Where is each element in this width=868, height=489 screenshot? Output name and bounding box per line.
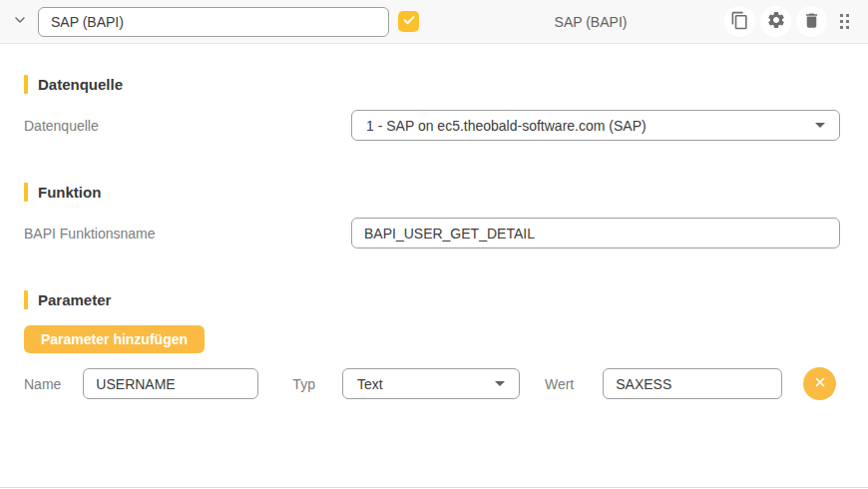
header-actions [724,6,868,37]
remove-parameter-button[interactable] [803,367,836,400]
drag-handle-icon[interactable] [832,10,856,34]
parameter-row: Name Typ Text Wert [24,367,840,400]
datasource-selected-value: 1 - SAP on ec5.theobald-software.com (SA… [366,118,647,134]
chevron-down-icon [12,12,28,31]
dropdown-caret-icon [495,381,505,386]
step-enabled-checkbox[interactable] [398,11,419,32]
step-name-input[interactable] [38,7,389,37]
settings-icon [766,10,786,33]
param-name-input[interactable] [83,368,258,399]
delete-icon [802,11,821,33]
param-typ-select[interactable]: Text [342,368,520,399]
section-title: Funktion [38,184,101,201]
bottom-divider [0,487,868,488]
section-heading-funktion: Funktion [24,183,840,202]
bapi-step-panel: SAP (BAPI) [0,0,868,489]
datasource-label: Datenquelle [24,118,351,134]
datasource-select[interactable]: 1 - SAP on ec5.theobald-software.com (SA… [351,110,840,141]
section-heading-parameter: Parameter [24,290,840,309]
step-body: Datenquelle Datenquelle 1 - SAP on ec5.t… [0,75,868,400]
param-typ-label: Typ [292,376,315,392]
delete-step-button[interactable] [796,6,827,37]
section-title: Parameter [38,291,111,308]
accent-bar [24,75,28,94]
function-name-label: BAPI Funktionsname [24,226,351,242]
section-heading-datenquelle: Datenquelle [24,75,840,94]
param-typ-selected-value: Text [357,376,383,392]
accent-bar [24,183,28,202]
step-title: SAP (BAPI) [555,14,628,30]
step-header: SAP (BAPI) [0,0,868,44]
remove-icon [813,375,827,392]
param-wert-label: Wert [545,376,574,392]
checkmark-icon [402,13,416,31]
section-title: Datenquelle [38,76,123,93]
function-row: BAPI Funktionsname [24,218,840,248]
copy-icon [730,11,749,33]
collapse-button[interactable] [6,8,34,36]
dropdown-caret-icon [815,123,825,128]
accent-bar [24,290,28,309]
param-wert-input[interactable] [603,368,782,399]
param-name-label: Name [24,376,61,392]
function-name-input[interactable] [351,218,840,248]
copy-step-button[interactable] [724,6,755,37]
datasource-row: Datenquelle 1 - SAP on ec5.theobald-soft… [24,110,840,141]
settings-button[interactable] [760,6,791,37]
add-parameter-button[interactable]: Parameter hinzufügen [24,325,205,353]
